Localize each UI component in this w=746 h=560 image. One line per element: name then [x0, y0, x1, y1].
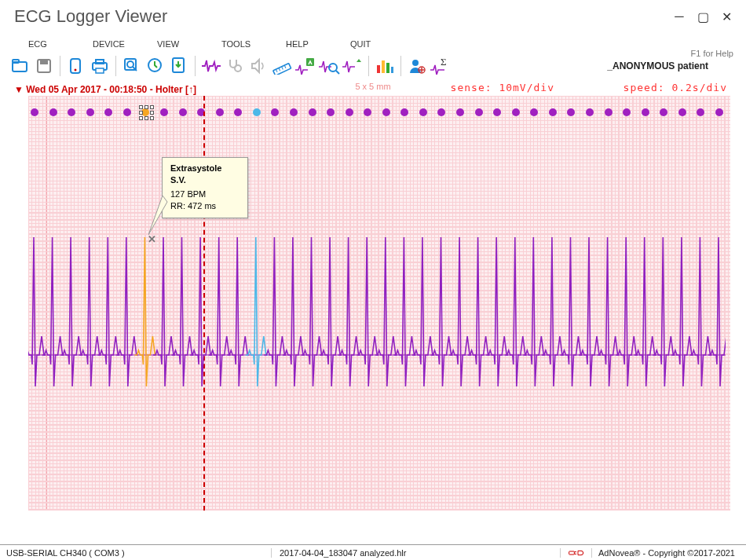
ecg-wave-icon[interactable]	[200, 55, 222, 77]
beat-marker[interactable]	[327, 108, 335, 116]
patient-label: _ANONYMOUS patient	[607, 60, 708, 71]
speed-label: speed: 0.2s/div	[623, 82, 727, 93]
beat-marker[interactable]	[179, 108, 187, 116]
device-icon[interactable]	[65, 55, 87, 77]
open-icon[interactable]	[9, 55, 31, 77]
beat-marker[interactable]	[475, 108, 483, 116]
chart-bars-icon[interactable]	[374, 55, 396, 77]
app-title: ECG Logger Viewer	[14, 6, 167, 27]
toolbar-sep	[195, 56, 196, 76]
export-wave2-icon[interactable]	[342, 55, 364, 77]
ecg-waveform	[28, 198, 726, 457]
zoom-wave-icon[interactable]	[318, 55, 340, 77]
menu-device[interactable]: DEVICE	[93, 39, 157, 49]
toolbar-sep	[115, 56, 116, 76]
beat-marker[interactable]	[678, 108, 686, 116]
beat-marker[interactable]	[437, 108, 445, 116]
svg-rect-3	[40, 60, 48, 64]
beat-marker[interactable]	[642, 108, 649, 116]
toolbar-sep	[368, 56, 369, 76]
search-icon[interactable]	[121, 55, 143, 77]
menubar: ECG DEVICE VIEW TOOLS HELP QUIT	[0, 28, 746, 53]
tooltip-tail-icon	[148, 196, 172, 240]
tooltip-bpm: 127 BPM	[170, 188, 240, 200]
beat-marker[interactable]	[456, 108, 464, 116]
status-plug-icon	[561, 548, 592, 558]
beat-marker[interactable]	[493, 108, 501, 116]
menu-view[interactable]: VIEW	[157, 39, 221, 49]
menu-quit[interactable]: QUIT	[350, 39, 415, 49]
record-info: Wed 05 Apr 2017 - 00:18:50 - Holter [↑]	[14, 84, 196, 95]
patient-icon[interactable]	[406, 55, 428, 77]
beat-marker[interactable]	[660, 108, 667, 116]
beat-marker[interactable]	[68, 108, 75, 116]
chart-header: Wed 05 Apr 2017 - 00:18:50 - Holter [↑] …	[11, 82, 735, 96]
chart-area[interactable]: ✕ Extrasystole S.V. 127 BPM RR: 472 ms	[24, 96, 735, 511]
svg-point-10	[127, 61, 133, 68]
export-wave-icon[interactable]	[294, 55, 316, 77]
svg-line-22	[336, 71, 339, 74]
clock-icon[interactable]	[144, 55, 166, 77]
ruler-icon[interactable]	[271, 55, 293, 77]
svg-line-19	[284, 65, 286, 68]
beat-marker[interactable]	[512, 108, 520, 116]
toolbar-sep	[400, 56, 401, 76]
svg-rect-24	[382, 60, 385, 73]
beat-marker[interactable]	[123, 108, 131, 116]
beat-marker[interactable]	[605, 108, 613, 116]
beat-marker[interactable]	[715, 108, 723, 116]
beat-marker[interactable]	[419, 108, 427, 116]
svg-point-27	[412, 60, 419, 66]
svg-point-21	[329, 64, 337, 71]
beat-marker[interactable]	[234, 108, 242, 116]
beat-marker[interactable]	[400, 108, 408, 116]
beat-marker[interactable]	[216, 108, 224, 116]
svg-point-5	[75, 69, 77, 71]
tooltip-title: Extrasystole S.V.	[170, 163, 240, 187]
svg-rect-33	[569, 551, 574, 555]
beat-marker[interactable]	[364, 108, 371, 116]
beat-marker[interactable]	[160, 108, 168, 116]
titlebar: ECG Logger Viewer ─ ▢ ✕	[0, 0, 746, 28]
download-icon[interactable]	[168, 55, 190, 77]
svg-line-18	[282, 67, 283, 70]
beat-marker[interactable]	[104, 108, 112, 116]
svg-rect-15	[273, 64, 291, 75]
beat-marker[interactable]	[271, 108, 279, 116]
svg-line-17	[279, 68, 280, 71]
selection-handles[interactable]	[139, 105, 155, 121]
beat-marker[interactable]	[697, 108, 704, 116]
beat-marker[interactable]	[253, 108, 261, 116]
help-hint: F1 for Help	[691, 49, 733, 58]
status-file: 2017-04-04_183047 analyzed.hlr	[272, 548, 561, 558]
tooltip-rr: RR: 472 ms	[170, 200, 240, 212]
beat-marker[interactable]	[290, 108, 298, 116]
beat-markers-row	[28, 108, 730, 118]
save-icon[interactable]	[33, 55, 55, 77]
beat-marker[interactable]	[586, 108, 594, 116]
beat-marker[interactable]	[309, 108, 316, 116]
beat-marker[interactable]	[549, 108, 557, 116]
beat-marker[interactable]	[623, 108, 631, 116]
minimize-button[interactable]: ─	[671, 9, 688, 24]
menu-tools[interactable]: TOOLS	[221, 39, 286, 49]
stethoscope-icon[interactable]	[224, 55, 246, 77]
beat-marker[interactable]	[567, 108, 575, 116]
maximize-button[interactable]: ▢	[694, 9, 711, 24]
statusbar: USB-SERIAL CH340 ( COM3 ) 2017-04-04_183…	[0, 544, 746, 560]
close-button[interactable]: ✕	[718, 9, 735, 24]
menu-help[interactable]: HELP	[286, 39, 350, 49]
print-icon[interactable]	[89, 55, 111, 77]
toolbar-sep	[60, 56, 60, 76]
beat-marker[interactable]	[31, 108, 38, 116]
beat-marker[interactable]	[346, 108, 353, 116]
svg-rect-25	[386, 63, 389, 73]
beat-marker[interactable]	[530, 108, 538, 116]
beat-marker[interactable]	[49, 108, 57, 116]
menu-ecg[interactable]: ECG	[28, 39, 93, 49]
beat-marker[interactable]	[382, 108, 390, 116]
sigma-wave-icon[interactable]: Σ	[430, 55, 452, 77]
toolbar: Σ _ANONYMOUS patient	[0, 53, 746, 82]
sound-icon[interactable]	[247, 55, 269, 77]
beat-marker[interactable]	[86, 108, 94, 116]
